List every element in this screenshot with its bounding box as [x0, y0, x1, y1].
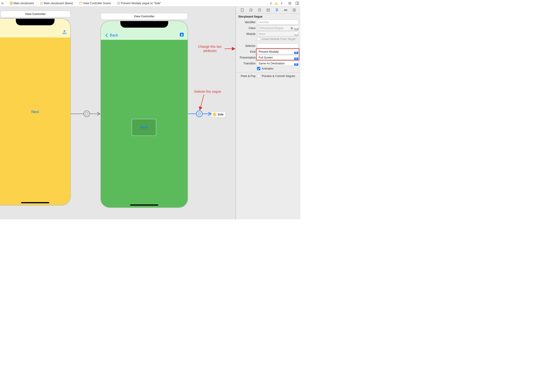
annotation-highlight-box [256, 48, 299, 61]
nav-forward-button[interactable] [279, 1, 283, 5]
adjust-editor-button[interactable] [295, 1, 299, 5]
chevron-left-icon [104, 33, 109, 38]
scene-title-bar[interactable]: View Controller [101, 13, 188, 20]
class-label: Class [236, 27, 256, 30]
download-button[interactable] [179, 32, 184, 38]
segue-show-icon [85, 112, 88, 115]
size-inspector-tab[interactable] [283, 8, 288, 12]
home-indicator [21, 202, 49, 203]
peek-pop-row: Peek & Pop Preview & Commit Segues [236, 74, 300, 78]
class-goto-icon[interactable] [290, 26, 294, 30]
help-inspector-tab[interactable]: ? [257, 8, 262, 12]
scene-title-bar[interactable]: View Controller [0, 11, 70, 17]
storyboard-reference-side[interactable]: Side [211, 112, 225, 117]
back-button[interactable]: Back [104, 33, 118, 38]
issues-warning-icon[interactable] [274, 1, 278, 5]
svg-rect-8 [276, 3, 277, 4]
crumb-scene[interactable]: View Controller Scene [79, 2, 111, 5]
storyboard-canvas[interactable]: View Controller Next View Controller [0, 7, 236, 219]
module-row: Module None [236, 31, 300, 37]
svg-rect-1 [10, 2, 12, 4]
inherit-module-row: Inherit Module From Target [236, 37, 300, 42]
transition-select[interactable]: Same As Destination [257, 61, 298, 66]
segue-node-present-modally[interactable] [196, 111, 203, 117]
history-inspector-tab[interactable] [249, 8, 253, 12]
inspector-tab-bar: ? [236, 7, 300, 14]
identity-inspector-tab[interactable] [266, 8, 271, 12]
selector-row: Selector [236, 43, 300, 49]
identifier-row: Identifier [236, 19, 300, 25]
inherit-module-label: Inherit Module From Target [262, 37, 295, 41]
connections-inspector-tab[interactable] [292, 8, 297, 12]
chevron-right-icon: 〉 [112, 1, 116, 5]
peek-pop-option-label: Preview & Commit Segues [262, 75, 295, 78]
segue-icon [117, 2, 120, 5]
module-label: Module [236, 32, 256, 36]
next-button-2[interactable]: Next [140, 125, 148, 130]
phone-scene-2[interactable]: Back Next [100, 21, 188, 208]
container-view[interactable]: Next [132, 119, 156, 136]
attributes-inspector-tab[interactable] [275, 8, 279, 12]
nav-back-button[interactable] [269, 1, 273, 5]
storyboard-ref-label: Side [218, 113, 223, 116]
crumb-label: View Controller Scene [83, 2, 111, 5]
crumb-label: ls [1, 2, 4, 5]
scene-title-label: View Controller [25, 12, 46, 16]
class-select[interactable]: UIStoryboardSegue [257, 26, 298, 30]
section-divider [236, 72, 300, 73]
transition-value: Same As Destination [259, 62, 285, 65]
inherit-module-checkbox[interactable] [257, 37, 260, 41]
home-indicator [130, 205, 158, 205]
annotation-line: Change this two [198, 45, 222, 48]
segue-present-modally-icon [198, 113, 201, 115]
annotation-change-attributes: Change this two attributes [195, 45, 225, 53]
next-button-1[interactable]: Next [31, 110, 39, 114]
crumb-storyboard-base[interactable]: Main.storyboard (Base) [39, 2, 74, 5]
animates-checkbox[interactable] [257, 67, 260, 70]
phone-scene-1[interactable]: Next [0, 18, 71, 205]
inspector-panel: ? Storyboard Segue Identifier Class UISt… [236, 7, 300, 219]
identifier-input[interactable] [257, 20, 298, 25]
svg-text:?: ? [259, 9, 260, 11]
module-select[interactable]: None [257, 31, 298, 36]
share-icon [62, 30, 67, 35]
class-value: UIStoryboardSegue [259, 27, 283, 30]
path-bar: ls 〉 Main.storyboard 〉 Main.storyboard (… [0, 0, 300, 7]
selector-input[interactable] [257, 43, 298, 48]
module-value: None [259, 32, 265, 36]
navigation-bar-2: Back [101, 21, 188, 40]
inspector-section-header: Storyboard Segue [236, 14, 300, 19]
storyboard-doc-icon [40, 2, 43, 5]
svg-rect-10 [296, 2, 299, 5]
crumb-label: Present Modally segue to "Side" [121, 2, 161, 5]
crumb-segue[interactable]: Present Modally segue to "Side" [116, 2, 162, 5]
share-button[interactable] [62, 30, 67, 36]
svg-rect-5 [79, 2, 82, 3]
peek-pop-checkbox[interactable] [257, 75, 260, 78]
crumb-partial[interactable]: ls [1, 2, 4, 5]
storyboard-ref-icon [213, 113, 216, 116]
chevron-right-icon: 〉 [35, 1, 38, 5]
kind-label: Kind [236, 50, 256, 53]
download-icon [179, 32, 184, 37]
class-row: Class UIStoryboardSegue [236, 25, 300, 31]
chevron-right-icon: 〉 [74, 1, 78, 5]
chevron-right-icon: 〉 [5, 1, 8, 5]
file-inspector-tab[interactable] [240, 8, 244, 12]
crumb-storyboard-file[interactable]: Main.storyboard [9, 2, 34, 5]
animates-row: Animates [236, 66, 300, 71]
transition-label: Transition [236, 62, 256, 65]
crumb-label: Main.storyboard [14, 2, 34, 5]
back-label: Back [110, 33, 118, 37]
navigation-bar-1 [0, 19, 70, 37]
selector-label: Selector [236, 44, 256, 47]
outline-toggle-button[interactable] [288, 1, 292, 5]
annotation-line: attributes [203, 49, 217, 53]
svg-line-19 [200, 94, 204, 110]
segue-node-show[interactable] [83, 111, 90, 117]
storyboard-file-icon [10, 2, 13, 5]
peek-pop-label: Peek & Pop [236, 75, 256, 78]
scene-icon [79, 2, 82, 5]
svg-rect-20 [241, 9, 243, 11]
stepper-icon [294, 61, 298, 65]
